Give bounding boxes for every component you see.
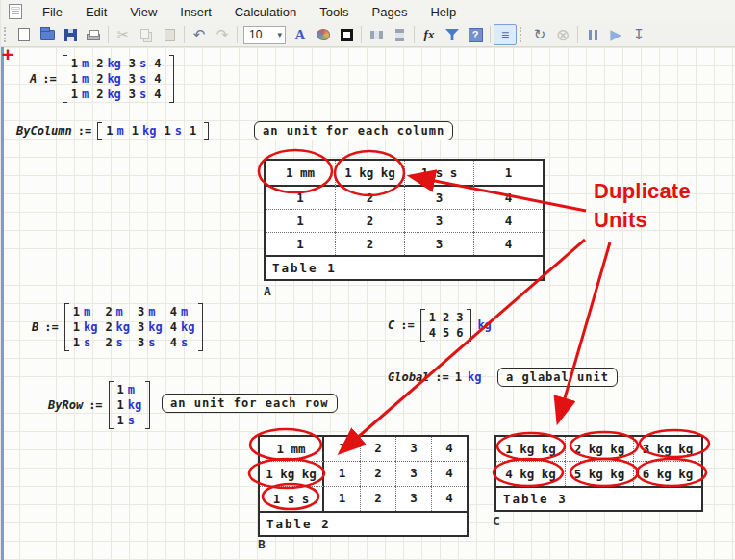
table-2-label: B	[258, 537, 266, 551]
recalculate-icon[interactable]: ↻	[528, 24, 551, 45]
align-vertical-icon[interactable]	[388, 24, 411, 45]
table-2[interactable]: 1 mm 1 2 3 4 1 kg kg 1 2 3 4 1 s s 1 2 3…	[258, 435, 469, 537]
toolbar-grip[interactable]	[4, 27, 9, 42]
menu-tools[interactable]: Tools	[308, 2, 360, 22]
copy-icon[interactable]	[135, 24, 158, 45]
comment-by-row[interactable]: an unit for each row	[162, 394, 338, 413]
table-cell: 4 kg kg	[496, 461, 565, 486]
table-cell: 4	[431, 486, 467, 511]
table-caption: Table 2	[260, 511, 467, 535]
matrix-bracket-right	[198, 303, 203, 351]
table-cell: 1	[324, 461, 360, 486]
table-caption: Table 1	[266, 255, 543, 279]
matrix-cell: 1	[190, 124, 200, 138]
paste-icon[interactable]	[158, 24, 181, 45]
redo-icon[interactable]: ↷	[211, 24, 234, 45]
matrix-cell: 6	[456, 326, 463, 340]
new-icon[interactable]	[13, 24, 36, 45]
definition-A[interactable]: A := 1m 2kg 3s 4 1m 2kg 3s 4 1m 2kg 3s 4	[30, 55, 174, 103]
matrix-cell: 3s	[129, 72, 146, 86]
palette-icon[interactable]	[312, 24, 335, 45]
font-size-select[interactable]: 10 ▾	[243, 26, 286, 44]
toolbar-separator	[414, 26, 415, 43]
show-pages-icon[interactable]: ≡	[494, 24, 517, 45]
unit: kg	[468, 370, 481, 384]
pause-icon[interactable]	[581, 24, 604, 45]
variable-name: ByRow	[48, 398, 83, 412]
define-operator: :=	[44, 320, 58, 334]
menu-pages[interactable]: Pages	[361, 2, 419, 22]
font-size-value: 10	[244, 28, 277, 41]
insert-function-icon[interactable]: fx	[418, 24, 441, 45]
menu-file[interactable]: File	[31, 2, 74, 22]
menu-edit[interactable]: Edit	[74, 2, 118, 22]
stop-icon[interactable]: ⊗	[551, 24, 574, 45]
duplicate-units-annotation: Duplicate Units	[594, 177, 714, 235]
table-cell: 3	[404, 187, 473, 209]
comment-by-column[interactable]: an unit for each column	[254, 121, 453, 140]
matrix-cell: 5	[443, 326, 449, 340]
help-reference-icon[interactable]: ?	[464, 24, 487, 45]
print-icon[interactable]	[82, 24, 105, 45]
variable-name: C	[388, 318, 394, 332]
matrix-cell: 1m	[117, 383, 142, 396]
matrix-cell: 3	[456, 311, 463, 324]
undo-icon[interactable]: ↶	[188, 24, 211, 45]
border-icon[interactable]	[335, 24, 358, 45]
menu-calculation[interactable]: Calculation	[223, 2, 308, 22]
matrix-cell: 3s	[129, 57, 146, 70]
table-cell: 2	[335, 209, 404, 232]
toolbar-separator	[490, 26, 491, 43]
table-3[interactable]: 1 kg kg 2 kg kg 3 kg kg 4 kg kg 5 kg kg …	[494, 435, 703, 512]
play-icon[interactable]: ▶	[604, 24, 627, 45]
worksheet-canvas[interactable]: + A := 1m 2kg 3s 4 1m 2kg 3s 4 1m 2kg 3s	[1, 47, 735, 560]
matrix-cell: 2m	[105, 305, 130, 318]
definition-C[interactable]: C := 1 2 3 4 5 6 kg	[388, 309, 492, 342]
table-cell: 3	[395, 437, 431, 461]
matrix-cell: 1kg	[117, 398, 142, 412]
matrix-cell: 1s	[73, 336, 98, 349]
cut-icon[interactable]: ✂	[112, 24, 135, 45]
table-cell: 3	[395, 461, 431, 486]
matrix-cell: 1m	[71, 88, 89, 101]
filter-icon[interactable]	[441, 24, 464, 45]
font-color-icon[interactable]: A	[289, 24, 312, 45]
table-1[interactable]: 1 mm 1 kg kg 1 s s 1 1 2 3 4 1 2 3 4 1 2…	[264, 159, 545, 281]
save-icon[interactable]	[59, 24, 82, 45]
define-operator: :=	[78, 124, 91, 138]
definition-ByColumn[interactable]: ByColumn := 1m 1kg 1s 1	[16, 122, 209, 140]
matrix-cell: 1m	[71, 57, 89, 70]
toolbar-separator	[108, 26, 109, 43]
table-cell: 2 kg kg	[565, 437, 633, 461]
table-header-cell: 1	[473, 161, 543, 187]
define-operator: :=	[42, 72, 56, 86]
table-cell: 1	[266, 232, 335, 255]
align-horizontal-icon[interactable]	[365, 24, 388, 45]
table-cell: 2	[335, 232, 404, 255]
table-row-header: 1 mm	[260, 437, 324, 461]
menu-insert[interactable]: Insert	[168, 2, 223, 22]
table-cell: 4	[473, 187, 543, 209]
menu-help[interactable]: Help	[418, 2, 468, 22]
matrix-cell: 3kg	[138, 320, 163, 334]
table-cell: 3	[404, 232, 473, 255]
matrix-cell: 3s	[138, 336, 163, 349]
definition-B[interactable]: B := 1m 2m 3m 4m 1kg 2kg 3kg 4kg 1s 2s 3…	[32, 303, 203, 351]
menu-bar: File Edit View Insert Calculation Tools …	[1, 0, 735, 23]
toolbar-grip[interactable]	[520, 27, 524, 42]
comment-global[interactable]: a glabal unit	[497, 368, 618, 387]
page-edge	[1, 47, 4, 560]
definition-Global[interactable]: Global := 1 kg	[388, 370, 482, 384]
step-icon[interactable]: ↧	[627, 24, 650, 45]
toolbar-separator	[237, 26, 238, 43]
table-cell: 2	[360, 486, 395, 511]
open-icon[interactable]	[36, 24, 59, 45]
table-cell: 5 kg kg	[565, 461, 633, 486]
menu-view[interactable]: View	[118, 2, 168, 22]
matrix-bracket-right	[204, 122, 209, 140]
matrix-unit: kg	[477, 318, 491, 332]
table-cell: 2	[335, 187, 404, 209]
definition-ByRow[interactable]: ByRow := 1m 1kg 1s	[48, 381, 150, 429]
table-3-label: C	[493, 514, 500, 528]
table-header-cell: 1 s s	[404, 161, 473, 187]
